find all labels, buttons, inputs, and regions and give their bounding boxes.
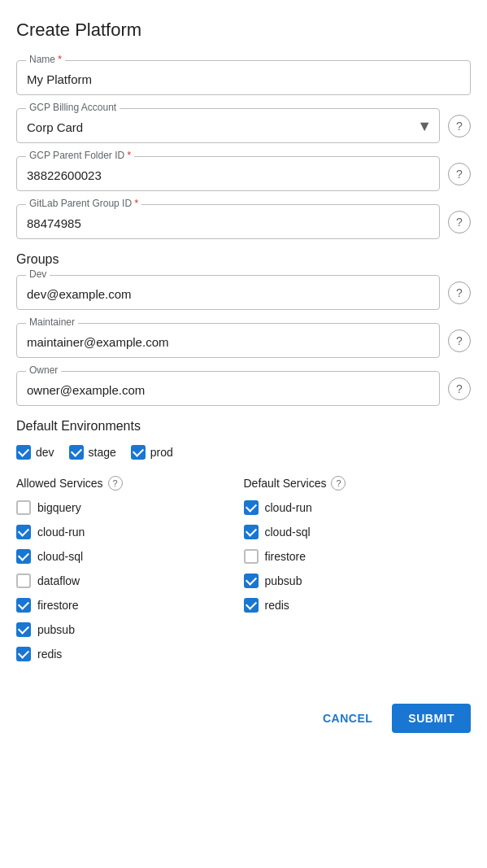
gcp-billing-help-icon[interactable]: ? [448, 115, 471, 137]
gcp-folder-help-icon[interactable]: ? [448, 163, 471, 185]
allowed-dataflow-checkbox[interactable] [16, 574, 31, 588]
default-redis-checkbox[interactable] [244, 598, 259, 613]
maintainer-group-field: Maintainer ? [16, 323, 471, 358]
default-services-title: Default Services ? [244, 476, 472, 491]
allowed-cloud-sql-label: cloud-sql [37, 550, 83, 563]
env-prod-item[interactable]: prod [131, 445, 173, 460]
allowed-redis-label: redis [37, 648, 62, 661]
cancel-button[interactable]: CANCEL [310, 704, 385, 733]
page-title: Create Platform [16, 20, 471, 41]
allowed-firestore-label: firestore [37, 599, 79, 612]
owner-input[interactable] [16, 371, 440, 406]
allowed-firestore-checkbox[interactable] [16, 598, 31, 613]
allowed-pubsub-checkbox[interactable] [16, 622, 31, 637]
allowed-services-help-icon[interactable]: ? [108, 476, 123, 491]
allowed-bigquery-label: bigquery [37, 501, 81, 514]
dev-input[interactable] [16, 275, 440, 310]
env-stage-checkbox[interactable] [69, 445, 84, 460]
name-input[interactable] [16, 60, 471, 95]
allowed-services-column: Allowed Services ? bigquery cloud-run cl… [16, 476, 244, 671]
gcp-folder-group: GCP Parent Folder ID * ? [16, 156, 471, 191]
default-cloud-sql-label: cloud-sql [265, 526, 311, 539]
default-cloud-run-checkbox[interactable] [244, 500, 259, 515]
env-prod-checkbox[interactable] [131, 445, 146, 460]
environments-checkbox-row: dev stage prod [16, 445, 471, 460]
default-cloud-run-label: cloud-run [265, 501, 312, 514]
env-dev-label: dev [36, 446, 54, 459]
default-cloud-sql-item[interactable]: cloud-sql [244, 525, 472, 539]
default-redis-item[interactable]: redis [244, 598, 472, 613]
allowed-pubsub-label: pubsub [37, 623, 75, 636]
default-firestore-label: firestore [265, 550, 307, 563]
allowed-bigquery-checkbox[interactable] [16, 500, 31, 515]
dev-group-field: Dev ? [16, 275, 471, 310]
allowed-cloud-sql-item[interactable]: cloud-sql [16, 549, 244, 564]
allowed-firestore-item[interactable]: firestore [16, 598, 244, 613]
allowed-services-title: Allowed Services ? [16, 476, 244, 491]
default-redis-label: redis [265, 599, 289, 612]
env-stage-item[interactable]: stage [69, 445, 116, 460]
allowed-redis-checkbox[interactable] [16, 647, 31, 661]
default-cloud-run-item[interactable]: cloud-run [244, 500, 472, 515]
gitlab-group-help-icon[interactable]: ? [448, 211, 471, 233]
default-environments-section: Default Environments dev stage prod [16, 419, 471, 460]
default-cloud-sql-checkbox[interactable] [244, 525, 259, 539]
default-firestore-checkbox[interactable] [244, 549, 259, 564]
gitlab-group-input[interactable] [16, 204, 440, 239]
owner-group-field: Owner ? [16, 371, 471, 406]
maintainer-help-icon[interactable]: ? [448, 329, 471, 352]
env-dev-item[interactable]: dev [16, 445, 54, 460]
allowed-dataflow-item[interactable]: dataflow [16, 574, 244, 588]
submit-button[interactable]: SUBMIT [392, 704, 471, 733]
gcp-billing-select[interactable]: Corp Card Other Account [16, 108, 440, 143]
groups-title: Groups [16, 252, 471, 267]
allowed-dataflow-label: dataflow [37, 574, 80, 587]
services-grid: Allowed Services ? bigquery cloud-run cl… [16, 476, 471, 671]
default-pubsub-checkbox[interactable] [244, 574, 259, 588]
allowed-cloud-run-label: cloud-run [37, 526, 85, 539]
owner-help-icon[interactable]: ? [448, 377, 471, 400]
default-services-help-icon[interactable]: ? [331, 476, 346, 491]
default-environments-title: Default Environments [16, 419, 471, 434]
allowed-cloud-run-item[interactable]: cloud-run [16, 525, 244, 539]
default-services-column: Default Services ? cloud-run cloud-sql f… [244, 476, 472, 671]
allowed-redis-item[interactable]: redis [16, 647, 244, 661]
default-pubsub-item[interactable]: pubsub [244, 574, 472, 588]
footer-buttons: CANCEL SUBMIT [16, 691, 471, 733]
env-prod-label: prod [150, 446, 173, 459]
default-firestore-item[interactable]: firestore [244, 549, 472, 564]
allowed-cloud-run-checkbox[interactable] [16, 525, 31, 539]
default-pubsub-label: pubsub [265, 574, 302, 587]
maintainer-input[interactable] [16, 323, 440, 358]
gcp-folder-input[interactable] [16, 156, 440, 191]
gcp-billing-group: GCP Billing Account Corp Card Other Acco… [16, 108, 471, 143]
allowed-bigquery-item[interactable]: bigquery [16, 500, 244, 515]
dev-help-icon[interactable]: ? [448, 281, 471, 304]
services-section: Allowed Services ? bigquery cloud-run cl… [16, 476, 471, 671]
env-dev-checkbox[interactable] [16, 445, 31, 460]
allowed-pubsub-item[interactable]: pubsub [16, 622, 244, 637]
groups-section: Groups Dev ? Maintainer [16, 252, 471, 406]
gitlab-group-group: GitLab Parent Group ID * ? [16, 204, 471, 239]
name-field-group: Name * [16, 60, 471, 95]
allowed-cloud-sql-checkbox[interactable] [16, 549, 31, 564]
env-stage-label: stage [89, 446, 116, 459]
